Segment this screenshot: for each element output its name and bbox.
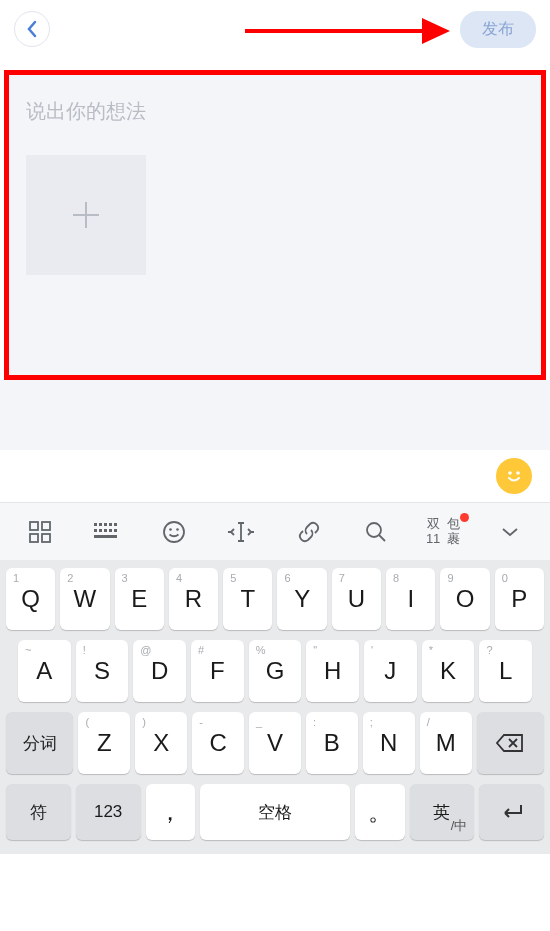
- svg-rect-8: [104, 523, 107, 526]
- svg-rect-11: [94, 529, 97, 532]
- key-u[interactable]: 7U: [332, 568, 381, 630]
- key-n[interactable]: ;N: [363, 712, 415, 774]
- key-y[interactable]: 6Y: [277, 568, 326, 630]
- key-j[interactable]: 'J: [364, 640, 417, 702]
- key-o[interactable]: 9O: [440, 568, 489, 630]
- key-a[interactable]: ~A: [18, 640, 71, 702]
- svg-point-20: [367, 523, 381, 537]
- svg-rect-7: [99, 523, 102, 526]
- svg-rect-13: [104, 529, 107, 532]
- key-p[interactable]: 0P: [495, 568, 544, 630]
- keyboard: 1Q2W3E4R5T6Y7U8I9O0P ~A!S@D#F%G"H'J*K?L …: [0, 560, 550, 854]
- svg-rect-5: [42, 534, 50, 542]
- svg-rect-14: [109, 529, 112, 532]
- package-button[interactable]: 双11 包裹: [423, 517, 463, 546]
- language-key[interactable]: 英 /中: [410, 784, 475, 840]
- plus-icon: [65, 194, 107, 236]
- key-w[interactable]: 2W: [60, 568, 109, 630]
- key-b[interactable]: :B: [306, 712, 358, 774]
- emoji-bar: [0, 450, 550, 502]
- key-l[interactable]: ?L: [479, 640, 532, 702]
- compose-area: 说出你的想法: [4, 70, 546, 380]
- collapse-icon[interactable]: [490, 526, 530, 538]
- svg-rect-3: [42, 522, 50, 530]
- key-d[interactable]: @D: [133, 640, 186, 702]
- period-key[interactable]: 。: [355, 784, 405, 840]
- svg-point-0: [508, 471, 512, 475]
- publish-button[interactable]: 发布: [460, 11, 536, 48]
- svg-rect-12: [99, 529, 102, 532]
- svg-point-17: [164, 522, 184, 542]
- cursor-icon[interactable]: [221, 521, 261, 543]
- key-z[interactable]: (Z: [78, 712, 130, 774]
- key-h[interactable]: "H: [306, 640, 359, 702]
- key-g[interactable]: %G: [249, 640, 302, 702]
- back-button[interactable]: [14, 11, 50, 47]
- segment-key[interactable]: 分词: [6, 712, 73, 774]
- key-x[interactable]: )X: [135, 712, 187, 774]
- enter-icon: [499, 802, 525, 822]
- svg-rect-10: [114, 523, 117, 526]
- svg-rect-6: [94, 523, 97, 526]
- key-s[interactable]: !S: [76, 640, 129, 702]
- key-q[interactable]: 1Q: [6, 568, 55, 630]
- emoji-toolbar-icon[interactable]: [154, 520, 194, 544]
- link-icon[interactable]: [289, 520, 329, 544]
- svg-point-19: [176, 528, 179, 531]
- key-f[interactable]: #F: [191, 640, 244, 702]
- key-m[interactable]: /M: [420, 712, 472, 774]
- keyboard-toolbar: 双11 包裹: [0, 502, 550, 560]
- grid-icon[interactable]: [20, 521, 60, 543]
- key-e[interactable]: 3E: [115, 568, 164, 630]
- add-media-button[interactable]: [26, 155, 146, 275]
- search-icon[interactable]: [356, 520, 396, 544]
- enter-key[interactable]: [479, 784, 544, 840]
- compose-placeholder[interactable]: 说出你的想法: [26, 98, 524, 125]
- symbol-key[interactable]: 符: [6, 784, 71, 840]
- keyboard-icon[interactable]: [87, 523, 127, 541]
- key-c[interactable]: -C: [192, 712, 244, 774]
- key-i[interactable]: 8I: [386, 568, 435, 630]
- svg-rect-2: [30, 522, 38, 530]
- number-key[interactable]: 123: [76, 784, 141, 840]
- key-k[interactable]: *K: [422, 640, 475, 702]
- svg-rect-16: [94, 535, 117, 538]
- emoji-button[interactable]: [496, 458, 532, 494]
- package-label-2: 包裹: [443, 517, 462, 546]
- svg-rect-15: [114, 529, 117, 532]
- key-v[interactable]: _V: [249, 712, 301, 774]
- spacer: [0, 380, 550, 450]
- space-key[interactable]: 空格: [200, 784, 349, 840]
- key-t[interactable]: 5T: [223, 568, 272, 630]
- smile-icon: [502, 464, 526, 488]
- svg-point-1: [516, 471, 520, 475]
- comma-key[interactable]: ，: [146, 784, 196, 840]
- svg-point-18: [169, 528, 172, 531]
- notification-dot: [460, 513, 469, 522]
- key-r[interactable]: 4R: [169, 568, 218, 630]
- package-label-1: 双11: [423, 517, 444, 546]
- backspace-key[interactable]: [477, 712, 544, 774]
- backspace-icon: [496, 733, 524, 753]
- svg-rect-4: [30, 534, 38, 542]
- svg-rect-9: [109, 523, 112, 526]
